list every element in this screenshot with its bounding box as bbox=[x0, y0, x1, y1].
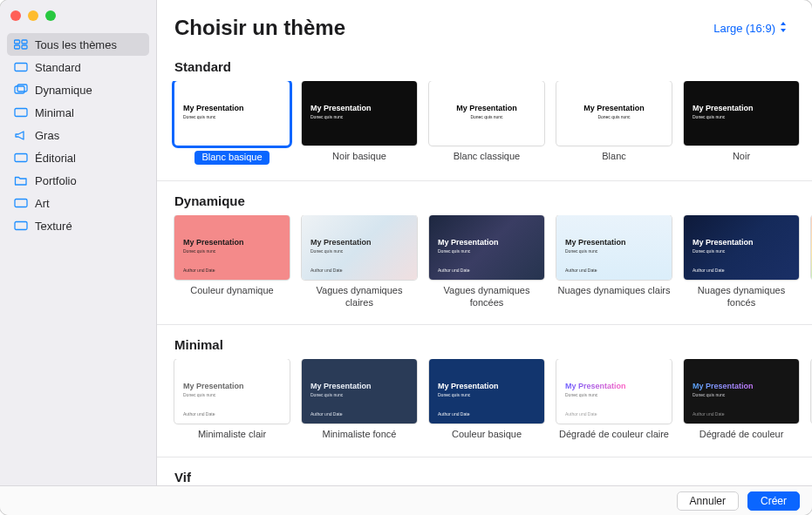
theme-label: Vagues dynamiques claires bbox=[302, 285, 417, 309]
section-title: Dynamique bbox=[157, 185, 812, 215]
svg-rect-9 bbox=[15, 200, 27, 207]
svg-rect-1 bbox=[22, 40, 27, 44]
theme-thumb[interactable]: My PresentationDonec quis nuncAuthor und… bbox=[684, 359, 799, 424]
svg-rect-0 bbox=[15, 40, 20, 44]
folder-icon bbox=[14, 174, 28, 186]
svg-rect-8 bbox=[15, 154, 27, 162]
theme-label: Dégradé de couleur claire bbox=[559, 429, 669, 441]
sidebar-item-label: Texturé bbox=[35, 220, 72, 233]
sidebar-item-standard[interactable]: Standard bbox=[7, 56, 149, 78]
theme-thumb[interactable]: My PresentationDonec quis nuncAuthor und… bbox=[174, 215, 290, 280]
theme-card: My PresentationDonec quis nuncAuthor und… bbox=[429, 215, 544, 309]
theme-thumb[interactable]: My PresentationDonec quis nuncAuthor und… bbox=[556, 215, 672, 280]
svg-rect-10 bbox=[15, 222, 27, 230]
sidebar-item-label: Portfolio bbox=[35, 174, 77, 187]
main-header: Choisir un thème Large (16:9) bbox=[157, 0, 812, 47]
theme-thumb[interactable]: My PresentationDonec quis nuncAuthor und… bbox=[429, 359, 544, 424]
svg-rect-3 bbox=[22, 45, 27, 49]
sidebar-item-label: Minimal bbox=[35, 106, 74, 119]
theme-card: My PresentationDonec quis nuncAuthor und… bbox=[174, 359, 290, 441]
sidebar-item-portfolio[interactable]: Portfolio bbox=[7, 169, 149, 192]
theme-card: My PresentationDonec quis nuncBlanc basi… bbox=[174, 81, 290, 165]
footer: Annuler Créer bbox=[0, 485, 812, 515]
theme-label: Couleur basique bbox=[452, 429, 522, 441]
theme-row: My PresentationDonec quis nuncBlanc basi… bbox=[157, 81, 812, 177]
theme-label: Couleur dynamique bbox=[190, 285, 273, 297]
create-button[interactable]: Créer bbox=[747, 491, 800, 511]
theme-card: My PresentationDonec quis nuncNoir basiq… bbox=[302, 81, 417, 165]
theme-card: My PresentationDonec quis nuncAuthor und… bbox=[302, 359, 417, 441]
sidebar-item-textur-[interactable]: Texturé bbox=[7, 214, 149, 237]
theme-label: Blanc classique bbox=[454, 151, 520, 163]
sidebar-item-label: Standard bbox=[35, 61, 81, 74]
sidebar-item-art[interactable]: Art bbox=[7, 192, 149, 214]
sidebar-item-label: Dynamique bbox=[35, 84, 92, 97]
slide-icon bbox=[14, 152, 28, 164]
maximize-window-icon[interactable] bbox=[45, 10, 56, 21]
sidebar-item-minimal[interactable]: Minimal bbox=[7, 101, 149, 124]
theme-row: My PresentationDonec quis nuncAuthor und… bbox=[157, 215, 812, 322]
svg-rect-6 bbox=[17, 85, 27, 91]
sidebar-item-label: Tous les thèmes bbox=[35, 38, 117, 51]
theme-scroll[interactable]: StandardMy PresentationDonec quis nuncBl… bbox=[157, 47, 812, 485]
slide-icon bbox=[14, 61, 28, 73]
svg-rect-7 bbox=[15, 109, 27, 117]
section-title: Standard bbox=[157, 51, 812, 81]
sidebar-item-tous-les-th-mes[interactable]: Tous les thèmes bbox=[7, 33, 149, 56]
section-standard: StandardMy PresentationDonec quis nuncBl… bbox=[157, 47, 812, 181]
theme-thumb[interactable]: My PresentationDonec quis nuncAuthor und… bbox=[684, 215, 799, 280]
minimize-window-icon[interactable] bbox=[28, 10, 38, 21]
theme-thumb[interactable]: My PresentationDonec quis nuncAuthor und… bbox=[302, 359, 417, 424]
svg-rect-2 bbox=[15, 45, 20, 49]
theme-thumb[interactable]: My PresentationDonec quis nunc bbox=[556, 81, 672, 146]
theme-label: Vagues dynamiques foncées bbox=[429, 285, 544, 309]
sidebar-list: Tous les thèmesStandardDynamiqueMinimalG… bbox=[0, 33, 156, 237]
theme-label: Nuages dynamiques clairs bbox=[557, 285, 670, 297]
section-dynamique: DynamiqueMy PresentationDonec quis nuncA… bbox=[157, 181, 812, 326]
theme-card: My PresentationDonec quis nuncBlanc bbox=[556, 81, 672, 165]
theme-card: My PresentationDonec quis nuncBlanc clas… bbox=[429, 81, 544, 165]
theme-card: My PresentationDonec quis nuncAuthor und… bbox=[429, 359, 544, 441]
main-pane: Choisir un thème Large (16:9) StandardMy… bbox=[157, 0, 812, 485]
theme-label: Minimaliste foncé bbox=[323, 429, 397, 441]
aspect-ratio-picker[interactable]: Large (16:9) bbox=[713, 21, 788, 36]
theme-label: Blanc bbox=[602, 151, 626, 163]
sidebar-item--ditorial[interactable]: Éditorial bbox=[7, 146, 149, 169]
theme-card: My PresentationDonec quis nuncAuthor und… bbox=[556, 359, 672, 441]
theme-label: Minimaliste clair bbox=[198, 429, 266, 441]
window-controls bbox=[0, 7, 156, 33]
aspect-ratio-label: Large (16:9) bbox=[713, 22, 775, 35]
theme-thumb[interactable]: My PresentationDonec quis nuncAuthor und… bbox=[556, 359, 672, 424]
sidebar-item-gras[interactable]: Gras bbox=[7, 124, 149, 146]
page-title: Choisir un thème bbox=[174, 16, 345, 40]
theme-thumb[interactable]: My PresentationDonec quis nuncAuthor und… bbox=[302, 215, 417, 280]
theme-thumb[interactable]: My PresentationDonec quis nunc bbox=[302, 81, 417, 146]
theme-card: My PresentationDonec quis nuncAuthor und… bbox=[684, 359, 799, 441]
cancel-button[interactable]: Annuler bbox=[677, 491, 739, 511]
theme-thumb[interactable]: My PresentationDonec quis nunc bbox=[684, 81, 799, 146]
section-title: Minimal bbox=[157, 329, 812, 359]
theme-thumb[interactable]: My PresentationDonec quis nunc bbox=[429, 81, 544, 146]
updown-icon bbox=[779, 21, 788, 36]
theme-card: My PresentationDonec quis nuncNoir bbox=[684, 81, 799, 165]
theme-label: Nuages dynamiques foncés bbox=[684, 285, 799, 309]
sidebar-item-label: Gras bbox=[35, 129, 59, 142]
theme-card: My PresentationDonec quis nuncAuthor und… bbox=[302, 215, 417, 309]
theme-label: Noir basique bbox=[332, 151, 386, 163]
layers-icon bbox=[14, 84, 28, 96]
slide-icon bbox=[14, 197, 28, 209]
section-vif: Vif bbox=[157, 457, 812, 485]
sidebar-item-dynamique[interactable]: Dynamique bbox=[7, 78, 149, 101]
theme-thumb[interactable]: My PresentationDonec quis nuncAuthor und… bbox=[429, 215, 544, 280]
theme-thumb[interactable]: My PresentationDonec quis nuncAuthor und… bbox=[174, 359, 290, 424]
close-window-icon[interactable] bbox=[10, 10, 21, 21]
theme-thumb[interactable]: My PresentationDonec quis nunc bbox=[174, 81, 290, 146]
svg-rect-4 bbox=[15, 64, 27, 71]
theme-label: Blanc basique bbox=[194, 151, 269, 165]
megaphone-icon bbox=[14, 129, 28, 141]
slide-icon bbox=[14, 106, 28, 119]
grid-icon bbox=[14, 38, 28, 51]
theme-card: My PresentationDonec quis nuncAuthor und… bbox=[556, 215, 672, 309]
theme-card: My PresentationDonec quis nuncAuthor und… bbox=[684, 215, 799, 309]
svg-rect-5 bbox=[15, 86, 24, 93]
